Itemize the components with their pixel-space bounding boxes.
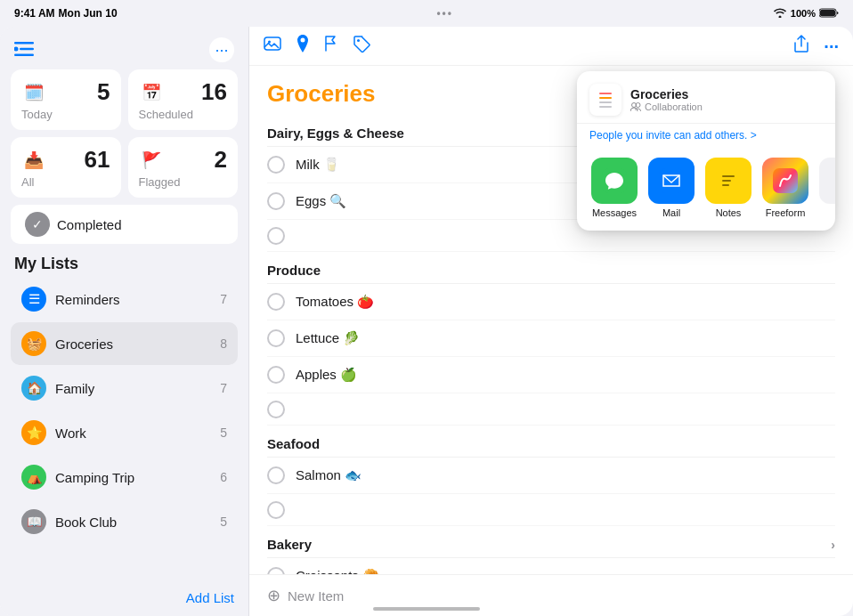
check-milk[interactable]	[267, 156, 285, 174]
svg-rect-2	[14, 42, 34, 45]
bakery-title: Bakery	[267, 537, 312, 552]
toolbar-left	[264, 35, 370, 57]
check-dairy-empty[interactable]	[267, 227, 285, 245]
messages-app-label: Messages	[592, 207, 637, 218]
more-icon[interactable]: ···	[824, 37, 839, 55]
work-name: Work	[55, 426, 211, 441]
more-app-icon: ···	[819, 158, 835, 204]
share-list-dots	[599, 93, 612, 108]
item-tomatoes: Tomatoes 🍅	[267, 284, 835, 320]
today-label: Today	[21, 108, 110, 121]
share-app-messages[interactable]: Messages	[589, 158, 639, 218]
family-icon: 🏠	[21, 376, 46, 401]
sidebar-more-icon[interactable]: ···	[209, 37, 234, 62]
check-eggs[interactable]	[267, 192, 285, 210]
smart-card-flagged[interactable]: 🚩 2 Flagged	[128, 137, 239, 198]
dots-label: •••	[436, 7, 453, 20]
svg-rect-14	[722, 175, 735, 177]
main-toolbar: ···	[249, 27, 853, 66]
share-popover: Groceries Collaboration People you invit…	[577, 71, 835, 231]
section-bakery: Bakery ›	[267, 526, 835, 558]
completed-button[interactable]: ✓ Completed	[11, 205, 238, 244]
share-invite-text[interactable]: People you invite can add others. >	[577, 124, 835, 150]
toolbar-right: ···	[793, 35, 839, 57]
completed-icon: ✓	[25, 212, 50, 237]
share-list-sub: Collaboration	[630, 101, 823, 112]
text-milk: Milk 🥛	[296, 157, 340, 173]
check-salmon[interactable]	[267, 466, 285, 484]
check-tomatoes[interactable]	[267, 293, 285, 311]
list-item-bookclub[interactable]: 📖 Book Club 5	[11, 500, 238, 543]
tag-icon[interactable]	[353, 35, 370, 57]
smart-card-scheduled[interactable]: 📅 16 Scheduled	[128, 69, 239, 130]
freeform-app-icon	[762, 158, 808, 204]
status-bar-right: 100%	[773, 7, 839, 20]
text-eggs: Eggs 🔍	[296, 193, 346, 209]
list-item-camping[interactable]: ⛺ Camping Trip 6	[11, 456, 238, 498]
check-croissants[interactable]	[267, 567, 285, 574]
text-tomatoes: Tomatoes 🍅	[296, 294, 374, 310]
flag-icon[interactable]	[324, 36, 338, 56]
svg-rect-15	[722, 180, 731, 182]
scheduled-count: 16	[201, 78, 227, 106]
app-container: ··· 🗓️ 5 Today 📅 16 Scheduled	[0, 27, 853, 616]
smart-grid: 🗓️ 5 Today 📅 16 Scheduled 📥 61 All	[0, 69, 248, 205]
date-label: Mon Jun 10	[59, 7, 118, 20]
check-lettuce[interactable]	[267, 329, 285, 347]
share-list-name: Groceries	[630, 87, 823, 101]
svg-rect-12	[659, 168, 684, 193]
list-item-family[interactable]: 🏠 Family 7	[11, 367, 238, 409]
check-apples[interactable]	[267, 366, 285, 384]
list-item-groceries[interactable]: 🧺 Groceries 8	[11, 322, 238, 365]
bookclub-count: 5	[220, 515, 227, 529]
svg-rect-3	[20, 47, 34, 50]
share-app-mail[interactable]: Mail	[646, 158, 696, 218]
section-seafood: Seafood	[267, 426, 835, 458]
new-item-label: New Item	[288, 588, 344, 604]
location-icon[interactable]	[296, 35, 310, 57]
sidebar-toggle-icon[interactable]	[14, 40, 34, 61]
text-lettuce: Lettuce 🥬	[296, 330, 360, 346]
scheduled-icon: 📅	[139, 80, 164, 105]
family-name: Family	[55, 381, 211, 396]
svg-point-8	[357, 39, 360, 42]
item-salmon: Salmon 🐟	[267, 458, 835, 494]
image-icon[interactable]	[264, 36, 281, 56]
main-content: ··· Groceries Dairy, Eggs & Cheese Milk …	[249, 27, 853, 616]
check-seafood-empty[interactable]	[267, 501, 285, 519]
share-app-more[interactable]: ···	[817, 158, 835, 218]
today-count: 5	[97, 78, 110, 106]
new-item-row[interactable]: ⊕ New Item	[249, 574, 853, 616]
camping-name: Camping Trip	[55, 470, 211, 485]
svg-rect-4	[14, 53, 34, 56]
add-list-button[interactable]: Add List	[0, 580, 248, 616]
bakery-chevron[interactable]: ›	[831, 538, 835, 552]
share-app-notes[interactable]: Notes	[703, 158, 753, 218]
svg-rect-16	[722, 184, 729, 186]
reminders-icon: ☰	[21, 287, 46, 312]
smart-card-all[interactable]: 📥 61 All	[11, 137, 121, 198]
share-icon[interactable]	[793, 35, 809, 57]
groceries-icon: 🧺	[21, 331, 46, 356]
text-croissants: Croissants 🥐	[296, 568, 379, 574]
reminders-name: Reminders	[55, 292, 211, 307]
groceries-count: 8	[220, 336, 227, 351]
notes-app-icon	[705, 158, 751, 204]
share-header: Groceries Collaboration	[577, 71, 835, 124]
svg-rect-1	[820, 10, 835, 16]
work-count: 5	[220, 426, 227, 440]
all-icon: 📥	[21, 148, 46, 173]
bookclub-icon: 📖	[21, 509, 46, 534]
list-item-reminders[interactable]: ☰ Reminders 7	[11, 278, 238, 320]
camping-icon: ⛺	[21, 465, 46, 490]
today-icon: 🗓️	[21, 80, 46, 105]
smart-card-today[interactable]: 🗓️ 5 Today	[11, 69, 121, 130]
status-bar-left: 9:41 AM Mon Jun 10	[14, 7, 118, 20]
section-produce: Produce	[267, 252, 835, 284]
status-bar-center: •••	[436, 7, 453, 20]
share-app-freeform[interactable]: Freeform	[760, 158, 810, 218]
list-item-work[interactable]: ⭐ Work 5	[11, 411, 238, 454]
all-label: All	[21, 175, 110, 189]
check-produce-empty[interactable]	[267, 401, 285, 418]
completed-label: Completed	[57, 217, 122, 232]
